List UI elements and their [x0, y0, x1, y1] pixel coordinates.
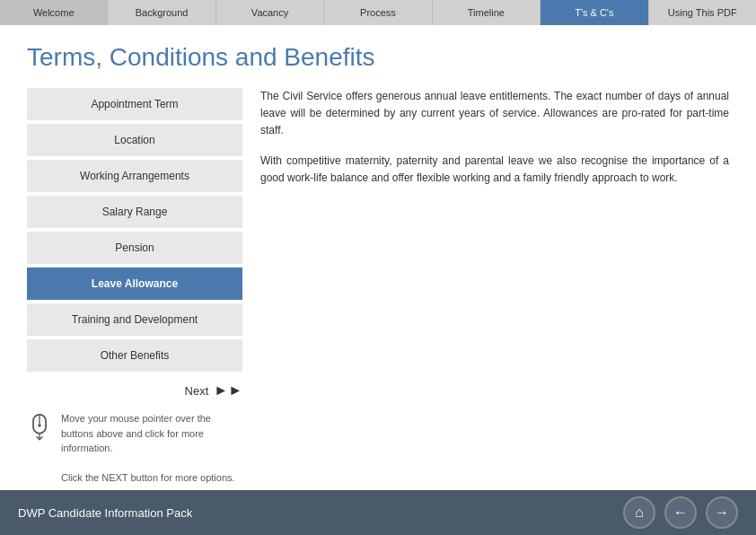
next-label: Next: [185, 384, 209, 398]
next-button[interactable]: Next ►►: [185, 382, 242, 399]
sidebar-item-working-arrangements[interactable]: Working Arrangements: [27, 160, 242, 192]
sidebar-item-salary-range[interactable]: Salary Range: [27, 196, 242, 228]
footer-title: DWP Candidate Information Pack: [18, 506, 192, 520]
page-title: Terms, Conditions and Benefits: [27, 43, 729, 72]
next-button-area: Next ►►: [27, 382, 242, 399]
content-paragraph-2: With competitive maternity, paternity an…: [260, 153, 729, 187]
footer: DWP Candidate Information Pack ⌂ ← →: [0, 490, 756, 535]
back-button[interactable]: ←: [664, 496, 697, 529]
right-content: The Civil Service offers generous annual…: [260, 88, 729, 486]
sidebar-items: Appointment TermLocationWorking Arrangem…: [27, 88, 242, 372]
nav-item-timeline[interactable]: Timeline: [433, 0, 541, 25]
sidebar-item-appointment-term[interactable]: Appointment Term: [27, 88, 242, 120]
nav-item-process[interactable]: Process: [324, 0, 432, 25]
forward-icon: →: [715, 504, 729, 521]
content-paragraphs: The Civil Service offers generous annual…: [260, 88, 729, 187]
hint-line2: Click the NEXT button for more options.: [61, 470, 242, 486]
content-area: Appointment TermLocationWorking Arrangem…: [27, 88, 729, 486]
home-button[interactable]: ⌂: [623, 496, 655, 529]
footer-icons: ⌂ ← →: [623, 496, 738, 529]
sidebar-item-leave-allowance[interactable]: Leave Allowance: [27, 268, 242, 300]
nav-item-background[interactable]: Background: [108, 0, 215, 25]
nav-item-ts-&-cs[interactable]: T's & C's: [541, 0, 648, 25]
content-paragraph-1: The Civil Service offers generous annual…: [260, 88, 729, 140]
mouse-icon: [27, 413, 52, 444]
forward-button[interactable]: →: [706, 496, 738, 529]
next-arrows-icon: ►►: [214, 382, 242, 399]
sidebar-item-location[interactable]: Location: [27, 124, 242, 156]
hint-line1: Move your mouse pointer over the buttons…: [61, 411, 242, 456]
back-icon: ←: [673, 504, 688, 521]
sidebar-item-pension[interactable]: Pension: [27, 232, 242, 264]
nav-item-welcome[interactable]: Welcome: [0, 0, 108, 25]
svg-point-2: [38, 424, 41, 427]
hint-area: Move your mouse pointer over the buttons…: [27, 411, 242, 486]
sidebar-item-other-benefits[interactable]: Other Benefits: [27, 339, 242, 372]
sidebar: Appointment TermLocationWorking Arrangem…: [27, 88, 242, 486]
main-content: Terms, Conditions and Benefits Appointme…: [0, 25, 756, 490]
sidebar-item-training-and-development[interactable]: Training and Development: [27, 303, 242, 336]
hint-text: Move your mouse pointer over the buttons…: [61, 411, 242, 486]
home-icon: ⌂: [635, 504, 644, 521]
nav-item-using-this-pdf[interactable]: Using This PDF: [649, 0, 756, 25]
nav-item-vacancy[interactable]: Vacancy: [216, 0, 324, 25]
top-navigation: WelcomeBackgroundVacancyProcessTimelineT…: [0, 0, 756, 25]
